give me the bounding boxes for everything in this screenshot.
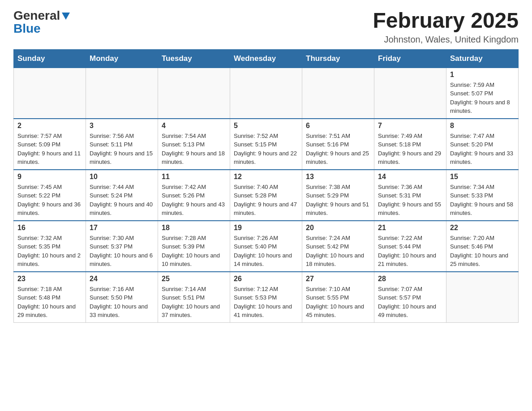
day-info: Sunrise: 7:24 AMSunset: 5:42 PMDaylight:…	[306, 234, 370, 269]
day-number: 21	[378, 224, 442, 232]
calendar-day-cell: 7Sunrise: 7:49 AMSunset: 5:18 PMDaylight…	[374, 119, 446, 170]
calendar-day-cell: 24Sunrise: 7:16 AMSunset: 5:50 PMDayligh…	[86, 272, 158, 323]
logo-general-text: General	[13, 9, 60, 22]
calendar-header-row: SundayMondayTuesdayWednesdayThursdayFrid…	[14, 49, 519, 68]
day-number: 24	[90, 275, 154, 283]
day-info: Sunrise: 7:56 AMSunset: 5:11 PMDaylight:…	[90, 132, 154, 167]
day-number: 17	[90, 224, 154, 232]
calendar-day-cell: 10Sunrise: 7:44 AMSunset: 5:24 PMDayligh…	[86, 170, 158, 221]
day-info: Sunrise: 7:14 AMSunset: 5:51 PMDaylight:…	[162, 285, 226, 320]
day-info: Sunrise: 7:22 AMSunset: 5:44 PMDaylight:…	[378, 234, 442, 269]
day-number: 23	[17, 275, 82, 283]
calendar-day-cell	[230, 68, 302, 119]
day-info: Sunrise: 7:36 AMSunset: 5:31 PMDaylight:…	[378, 183, 442, 218]
calendar-week-row: 1Sunrise: 7:59 AMSunset: 5:07 PMDaylight…	[14, 68, 519, 119]
calendar-day-cell: 25Sunrise: 7:14 AMSunset: 5:51 PMDayligh…	[158, 272, 230, 323]
calendar-day-cell: 8Sunrise: 7:47 AMSunset: 5:20 PMDaylight…	[446, 119, 519, 170]
calendar-day-cell: 5Sunrise: 7:52 AMSunset: 5:15 PMDaylight…	[230, 119, 302, 170]
calendar-day-cell: 4Sunrise: 7:54 AMSunset: 5:13 PMDaylight…	[158, 119, 230, 170]
weekday-header-wednesday: Wednesday	[230, 49, 302, 68]
calendar-day-cell: 14Sunrise: 7:36 AMSunset: 5:31 PMDayligh…	[374, 170, 446, 221]
day-number: 16	[17, 224, 82, 232]
calendar-subtitle: Johnston, Wales, United Kingdom	[373, 34, 519, 45]
day-number: 12	[234, 173, 298, 181]
weekday-header-tuesday: Tuesday	[158, 49, 230, 68]
weekday-header-monday: Monday	[86, 49, 158, 68]
day-number: 7	[378, 122, 442, 130]
day-number: 13	[306, 173, 370, 181]
day-number: 25	[162, 275, 226, 283]
day-info: Sunrise: 7:07 AMSunset: 5:57 PMDaylight:…	[378, 285, 442, 320]
calendar-week-row: 2Sunrise: 7:57 AMSunset: 5:09 PMDaylight…	[14, 119, 519, 170]
calendar-day-cell: 26Sunrise: 7:12 AMSunset: 5:53 PMDayligh…	[230, 272, 302, 323]
day-info: Sunrise: 7:47 AMSunset: 5:20 PMDaylight:…	[450, 132, 515, 167]
calendar-day-cell: 17Sunrise: 7:30 AMSunset: 5:37 PMDayligh…	[86, 221, 158, 272]
logo-arrow-icon	[61, 11, 71, 21]
day-info: Sunrise: 7:30 AMSunset: 5:37 PMDaylight:…	[90, 234, 154, 269]
calendar-day-cell: 20Sunrise: 7:24 AMSunset: 5:42 PMDayligh…	[302, 221, 374, 272]
day-number: 19	[234, 224, 298, 232]
logo: General Blue	[13, 9, 71, 35]
calendar-day-cell: 12Sunrise: 7:40 AMSunset: 5:28 PMDayligh…	[230, 170, 302, 221]
calendar-day-cell	[446, 272, 519, 323]
day-info: Sunrise: 7:20 AMSunset: 5:46 PMDaylight:…	[450, 234, 515, 269]
day-number: 8	[450, 122, 515, 130]
day-info: Sunrise: 7:57 AMSunset: 5:09 PMDaylight:…	[17, 132, 82, 167]
day-info: Sunrise: 7:40 AMSunset: 5:28 PMDaylight:…	[234, 183, 298, 218]
calendar-day-cell	[14, 68, 86, 119]
day-info: Sunrise: 7:34 AMSunset: 5:33 PMDaylight:…	[450, 183, 515, 218]
weekday-header-saturday: Saturday	[446, 49, 519, 68]
logo-blue-text: Blue	[13, 22, 41, 35]
calendar-day-cell: 22Sunrise: 7:20 AMSunset: 5:46 PMDayligh…	[446, 221, 519, 272]
title-section: February 2025 Johnston, Wales, United Ki…	[373, 9, 519, 45]
day-number: 1	[450, 71, 515, 79]
calendar-day-cell: 11Sunrise: 7:42 AMSunset: 5:26 PMDayligh…	[158, 170, 230, 221]
day-info: Sunrise: 7:28 AMSunset: 5:39 PMDaylight:…	[162, 234, 226, 269]
calendar-day-cell	[158, 68, 230, 119]
day-info: Sunrise: 7:51 AMSunset: 5:16 PMDaylight:…	[306, 132, 370, 167]
day-number: 27	[306, 275, 370, 283]
day-info: Sunrise: 7:54 AMSunset: 5:13 PMDaylight:…	[162, 132, 226, 167]
calendar-day-cell	[374, 68, 446, 119]
calendar-table: SundayMondayTuesdayWednesdayThursdayFrid…	[13, 49, 519, 323]
day-info: Sunrise: 7:32 AMSunset: 5:35 PMDaylight:…	[17, 234, 82, 269]
day-number: 18	[162, 224, 226, 232]
day-number: 6	[306, 122, 370, 130]
calendar-day-cell: 15Sunrise: 7:34 AMSunset: 5:33 PMDayligh…	[446, 170, 519, 221]
day-info: Sunrise: 7:12 AMSunset: 5:53 PMDaylight:…	[234, 285, 298, 320]
calendar-day-cell: 9Sunrise: 7:45 AMSunset: 5:22 PMDaylight…	[14, 170, 86, 221]
day-info: Sunrise: 7:18 AMSunset: 5:48 PMDaylight:…	[17, 285, 82, 320]
day-info: Sunrise: 7:10 AMSunset: 5:55 PMDaylight:…	[306, 285, 370, 320]
day-info: Sunrise: 7:16 AMSunset: 5:50 PMDaylight:…	[90, 285, 154, 320]
weekday-header-sunday: Sunday	[14, 49, 86, 68]
calendar-day-cell: 18Sunrise: 7:28 AMSunset: 5:39 PMDayligh…	[158, 221, 230, 272]
day-number: 4	[162, 122, 226, 130]
day-info: Sunrise: 7:59 AMSunset: 5:07 PMDaylight:…	[450, 81, 515, 116]
calendar-week-row: 16Sunrise: 7:32 AMSunset: 5:35 PMDayligh…	[14, 221, 519, 272]
day-number: 26	[234, 275, 298, 283]
day-info: Sunrise: 7:44 AMSunset: 5:24 PMDaylight:…	[90, 183, 154, 218]
calendar-day-cell: 19Sunrise: 7:26 AMSunset: 5:40 PMDayligh…	[230, 221, 302, 272]
calendar-week-row: 9Sunrise: 7:45 AMSunset: 5:22 PMDaylight…	[14, 170, 519, 221]
day-number: 20	[306, 224, 370, 232]
calendar-title: February 2025	[373, 9, 519, 33]
calendar-day-cell: 2Sunrise: 7:57 AMSunset: 5:09 PMDaylight…	[14, 119, 86, 170]
page-header: General Blue February 2025 Johnston, Wal…	[13, 9, 519, 45]
calendar-day-cell: 1Sunrise: 7:59 AMSunset: 5:07 PMDaylight…	[446, 68, 519, 119]
day-number: 11	[162, 173, 226, 181]
calendar-day-cell: 16Sunrise: 7:32 AMSunset: 5:35 PMDayligh…	[14, 221, 86, 272]
day-info: Sunrise: 7:42 AMSunset: 5:26 PMDaylight:…	[162, 183, 226, 218]
day-info: Sunrise: 7:52 AMSunset: 5:15 PMDaylight:…	[234, 132, 298, 167]
calendar-day-cell: 13Sunrise: 7:38 AMSunset: 5:29 PMDayligh…	[302, 170, 374, 221]
day-info: Sunrise: 7:45 AMSunset: 5:22 PMDaylight:…	[17, 183, 82, 218]
day-info: Sunrise: 7:38 AMSunset: 5:29 PMDaylight:…	[306, 183, 370, 218]
day-number: 9	[17, 173, 82, 181]
calendar-day-cell: 27Sunrise: 7:10 AMSunset: 5:55 PMDayligh…	[302, 272, 374, 323]
calendar-day-cell	[302, 68, 374, 119]
day-info: Sunrise: 7:49 AMSunset: 5:18 PMDaylight:…	[378, 132, 442, 167]
day-number: 28	[378, 275, 442, 283]
weekday-header-thursday: Thursday	[302, 49, 374, 68]
day-number: 14	[378, 173, 442, 181]
calendar-day-cell	[86, 68, 158, 119]
day-number: 22	[450, 224, 515, 232]
